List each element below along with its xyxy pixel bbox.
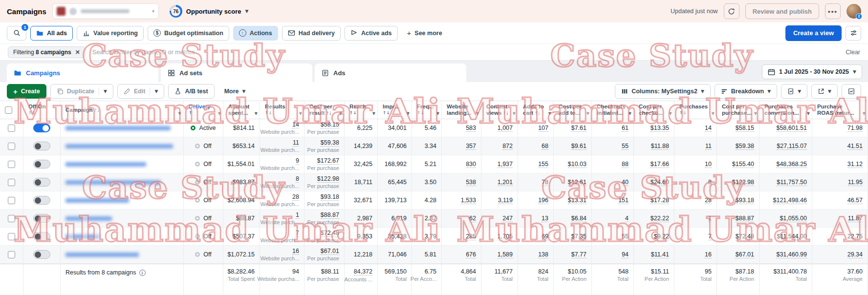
metric-value[interactable]: 1,589: [498, 251, 513, 258]
date-range-picker[interactable]: 1 Jul 2025 - 30 Nov 2025 ▼: [762, 64, 862, 79]
column-header-impressions[interactable]: Impr...↑↓▼: [378, 101, 412, 119]
metric-value[interactable]: 830: [466, 161, 476, 168]
metric-value[interactable]: $1,055.00: [780, 215, 807, 222]
review-and-publish-button[interactable]: Review and publish: [745, 3, 819, 19]
row-checkbox[interactable]: [8, 197, 15, 204]
ad-account-selector[interactable]: ▾: [52, 3, 159, 19]
refresh-button[interactable]: [724, 3, 739, 19]
metric-value[interactable]: 11: [705, 143, 712, 150]
remove-filter-icon[interactable]: ✕: [75, 49, 80, 56]
column-header-campaign[interactable]: Campaign ↑↓▼: [61, 101, 184, 119]
metric-value[interactable]: 29.34: [847, 251, 863, 258]
info-icon[interactable]: i: [139, 270, 146, 276]
metric-value[interactable]: $17.28: [651, 197, 669, 204]
campaign-toggle[interactable]: [33, 160, 50, 169]
metric-value[interactable]: 10: [705, 161, 712, 168]
campaign-name-redacted[interactable]: [65, 234, 100, 239]
select-all-checkbox-cell[interactable]: [0, 101, 23, 119]
metric-value[interactable]: 285: [466, 233, 476, 240]
metric-value[interactable]: 28: [292, 193, 299, 201]
campaign-name-redacted[interactable]: [65, 180, 161, 185]
metric-value[interactable]: $48,368.25: [776, 161, 807, 168]
metric-value[interactable]: $121,498.46: [773, 197, 807, 204]
metric-value[interactable]: $58.15: [736, 125, 754, 132]
metric-value[interactable]: $72.48: [736, 233, 754, 240]
clear-filters-link[interactable]: Clear: [846, 49, 860, 56]
metric-value[interactable]: 1: [296, 211, 299, 219]
metric-value[interactable]: $59.38: [321, 139, 339, 147]
row-checkbox[interactable]: [8, 251, 15, 258]
filter-chip-had-delivery[interactable]: Had delivery: [282, 26, 341, 41]
campaign-name-redacted[interactable]: [65, 198, 129, 203]
row-checkbox[interactable]: [8, 143, 15, 150]
campaign-name-redacted[interactable]: [65, 144, 173, 148]
metric-value[interactable]: 55: [622, 233, 629, 240]
search-filter-input[interactable]: Search to filter by name, ID or metrics: [92, 49, 195, 56]
metric-value[interactable]: 14: [292, 121, 299, 128]
column-header-cost-per-add-to-cart[interactable]: Cost peradd to...▼: [554, 101, 592, 119]
metric-value[interactable]: $67.01: [321, 248, 339, 255]
metric-value[interactable]: 1: [708, 215, 712, 222]
charts-button[interactable]: [842, 84, 861, 99]
opportunity-score[interactable]: 76 Opportunity score ▼: [170, 5, 249, 18]
column-header-delivery[interactable]: Delivery↑▼: [184, 101, 223, 119]
metric-value[interactable]: 7: [296, 230, 299, 237]
metric-value[interactable]: $10.03: [568, 161, 586, 168]
search-button[interactable]: 1: [7, 26, 26, 41]
metric-value[interactable]: 8: [708, 179, 712, 186]
column-header-purchases[interactable]: Purchases↑↓▼: [674, 101, 717, 119]
filter-chip-actions[interactable]: ↑ Actions: [233, 26, 278, 41]
metric-value[interactable]: 14: [705, 125, 712, 132]
column-header-results[interactable]: Results↑↓▼: [260, 101, 304, 119]
metric-value[interactable]: 71.98: [847, 125, 863, 132]
metric-value[interactable]: 7: [708, 233, 712, 240]
totals-value[interactable]: 84,372: [354, 268, 372, 275]
metric-value[interactable]: $27,115.07: [777, 143, 807, 150]
metric-value[interactable]: $59.38: [736, 143, 754, 150]
metric-value[interactable]: $88.87: [736, 215, 754, 222]
campaign-toggle[interactable]: [33, 178, 50, 187]
campaign-toggle[interactable]: [33, 196, 50, 205]
campaign-name-redacted[interactable]: [65, 126, 171, 130]
metric-value[interactable]: 13: [542, 215, 548, 222]
row-checkbox[interactable]: [8, 179, 15, 186]
select-all-checkbox[interactable]: [5, 106, 12, 114]
metric-value[interactable]: 22.75: [847, 233, 863, 240]
metric-value[interactable]: $122.98: [732, 179, 754, 186]
column-header-off-on[interactable]: Off/On↑↓: [23, 101, 61, 119]
metric-value[interactable]: 31.12: [847, 161, 863, 168]
metric-value[interactable]: $93.18: [736, 197, 754, 204]
tab-campaigns[interactable]: Campaigns: [7, 63, 158, 82]
metric-value[interactable]: 9: [296, 157, 299, 165]
metric-value[interactable]: 4: [625, 215, 629, 222]
metric-value[interactable]: $58,601.51: [776, 125, 807, 132]
metric-value[interactable]: $31,460.99: [776, 251, 807, 258]
metric-value[interactable]: 69: [542, 233, 548, 240]
edit-button[interactable]: Edit ▼: [117, 84, 165, 99]
metric-value[interactable]: 538: [466, 179, 476, 186]
column-header-purchases-conversion-value[interactable]: Purchasesconversion...▼: [760, 101, 812, 119]
metric-value[interactable]: $13.31: [568, 197, 586, 204]
campaign-name-redacted[interactable]: [65, 162, 146, 167]
metric-value[interactable]: 1,705: [498, 233, 513, 240]
metric-value[interactable]: 1,937: [498, 161, 513, 168]
metric-value[interactable]: 196: [538, 197, 548, 204]
metric-value[interactable]: 1,201: [498, 179, 513, 186]
metric-value[interactable]: $13.35: [651, 125, 669, 132]
metric-value[interactable]: 16: [292, 248, 299, 255]
metric-value[interactable]: 155: [538, 161, 548, 168]
filter-chip-budget-optimisation[interactable]: $ Budget optimisation: [148, 26, 229, 41]
metric-value[interactable]: $17.66: [651, 161, 669, 168]
column-header-checkouts-initiated[interactable]: Checkoutsinitiated...▼: [592, 101, 634, 119]
campaign-toggle[interactable]: [33, 142, 50, 150]
metric-value[interactable]: 3,119: [498, 197, 513, 204]
metric-value[interactable]: 11.95: [848, 179, 863, 186]
campaign-toggle[interactable]: [33, 124, 50, 132]
columns-button[interactable]: Columns: MySettings2 ▼: [615, 84, 711, 99]
metric-value[interactable]: $155.40: [732, 161, 754, 168]
metric-value[interactable]: $11.41: [651, 251, 669, 258]
filter-chip-active-ads[interactable]: Active ads: [345, 26, 398, 41]
export-button[interactable]: ▼: [811, 84, 838, 99]
campaign-toggle[interactable]: [33, 214, 50, 223]
metric-value[interactable]: $122.98: [317, 175, 339, 183]
